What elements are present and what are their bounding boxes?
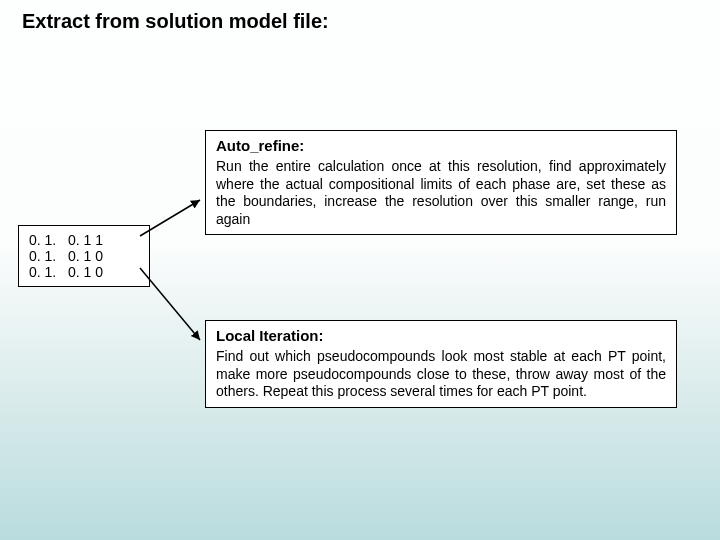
box-header: Auto_refine: <box>216 137 666 154</box>
box-body: Find out which pseudocompounds look most… <box>216 348 666 401</box>
data-values-box: 0. 1. 0. 1 1 0. 1. 0. 1 0 0. 1. 0. 1 0 <box>18 225 150 287</box>
local-iteration-box: Local Iteration: Find out which pseudoco… <box>205 320 677 408</box>
data-row: 0. 1. 0. 1 1 <box>29 232 139 248</box>
page-title: Extract from solution model file: <box>22 10 329 33</box>
auto-refine-box: Auto_refine: Run the entire calculation … <box>205 130 677 235</box>
box-header: Local Iteration: <box>216 327 666 344</box>
data-row: 0. 1. 0. 1 0 <box>29 264 139 280</box>
box-body: Run the entire calculation once at this … <box>216 158 666 228</box>
data-row: 0. 1. 0. 1 0 <box>29 248 139 264</box>
